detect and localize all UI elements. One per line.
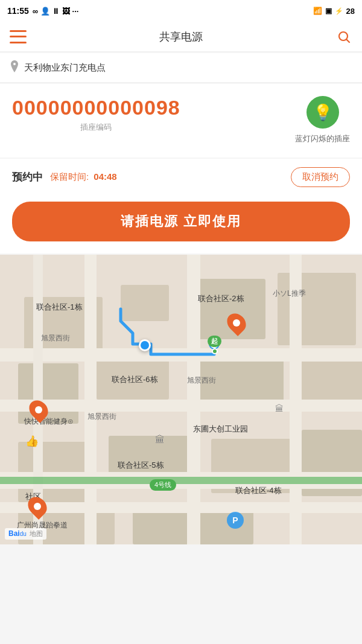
- status-time: 11:55: [7, 6, 29, 16]
- action-button[interactable]: 请插电源 立即使用: [12, 202, 350, 241]
- svg-text:🏛: 🏛: [155, 435, 165, 445]
- svg-rect-17: [0, 348, 362, 362]
- map-label-9: 联合社区-5栋: [118, 460, 164, 471]
- code-block: 00000000000098 插座编码: [12, 96, 180, 133]
- svg-rect-18: [0, 400, 362, 412]
- map-container: P 🏛 🏛 联合社区-1栋 旭景西街 联合社区-2栋 旭景西街 联合社区-6栋 …: [0, 255, 362, 544]
- marker-orange-3[interactable]: [29, 496, 46, 517]
- svg-rect-25: [0, 477, 362, 484]
- nav-current-marker: [139, 339, 151, 351]
- map-label-5: 联合社区-6栋: [112, 374, 158, 385]
- marker-orange-2[interactable]: [30, 400, 47, 420]
- map-label-6: 旭景西街: [87, 412, 116, 422]
- location-text: 天利物业东门充电点: [24, 62, 106, 74]
- status-bar: 11:55 ∞ 👤 ⏸ 🖼 ··· 📶 ▣ ⚡ 28: [0, 0, 362, 22]
- battery-level: 28: [346, 7, 355, 16]
- marker-orange-1[interactable]: [228, 313, 245, 333]
- baidu-logo: Baidu 地图: [5, 528, 46, 540]
- search-button[interactable]: [335, 28, 352, 45]
- map-label-3: 联合社区-2栋: [198, 293, 244, 304]
- reservation-row: 预约中 保留时间: 04:48 取消预约: [0, 159, 362, 196]
- device-code: 00000000000098: [12, 96, 180, 120]
- code-label: 插座编码: [12, 122, 180, 133]
- svg-line-1: [347, 39, 350, 42]
- battery-signal: ⚡: [335, 7, 343, 15]
- map-label-2: 旭景西街: [41, 333, 70, 343]
- thumbup-icon[interactable]: 👍: [25, 435, 39, 448]
- svg-text:P: P: [232, 515, 238, 525]
- svg-rect-10: [296, 351, 362, 412]
- status-left: 11:55 ∞ 👤 ⏸ 🖼 ···: [7, 6, 78, 16]
- code-section: 00000000000098 插座编码 💡 蓝灯闪烁的插座: [12, 96, 350, 144]
- map-label-1: 联合社区-1栋: [36, 302, 83, 313]
- svg-text:🏛: 🏛: [275, 404, 284, 413]
- svg-rect-2: [0, 255, 362, 544]
- map-label-10: 联合社区-4栋: [235, 485, 282, 496]
- wifi-icon: ▣: [325, 7, 332, 15]
- svg-rect-19: [0, 472, 362, 489]
- svg-rect-6: [278, 273, 356, 345]
- reservation-time-label: 保留时间:: [50, 171, 89, 182]
- reservation-status: 预约中: [12, 170, 43, 184]
- svg-rect-21: [84, 255, 97, 544]
- nav-start-marker: 起: [208, 336, 221, 354]
- svg-rect-16: [133, 508, 253, 544]
- status-icons: ∞ 👤 ⏸ 🖼 ···: [33, 7, 79, 16]
- location-row: 天利物业东门充电点: [0, 53, 362, 83]
- header: 共享电源: [0, 22, 362, 52]
- page-title: 共享电源: [159, 30, 203, 44]
- action-section: 请插电源 立即使用: [0, 196, 362, 253]
- reservation-time-value: 04:48: [94, 171, 116, 182]
- location-pin-icon: [10, 60, 19, 75]
- signal-icon: 📶: [313, 7, 322, 15]
- svg-point-28: [227, 512, 244, 529]
- svg-rect-20: [0, 502, 362, 513]
- svg-rect-7: [18, 363, 78, 424]
- status-right: 📶 ▣ ⚡ 28: [313, 7, 355, 16]
- metro-line-tag: 4号线: [150, 479, 176, 491]
- map-label-4: 旭景西街: [187, 375, 216, 386]
- reservation-time: 保留时间: 04:48: [50, 171, 284, 183]
- bulb-section: 💡 蓝灯闪烁的插座: [295, 96, 350, 144]
- svg-rect-14: [302, 430, 362, 496]
- cancel-reservation-button[interactable]: 取消预约: [291, 167, 350, 187]
- map-label-8: 东圃大创工业园: [193, 424, 248, 435]
- bulb-icon: 💡: [306, 96, 339, 129]
- svg-rect-4: [121, 285, 169, 321]
- menu-button[interactable]: [10, 30, 27, 43]
- bulb-label: 蓝灯闪烁的插座: [295, 133, 350, 144]
- map-label-13: 小ソL推季: [273, 289, 306, 299]
- content-card: 00000000000098 插座编码 💡 蓝灯闪烁的插座: [0, 84, 362, 158]
